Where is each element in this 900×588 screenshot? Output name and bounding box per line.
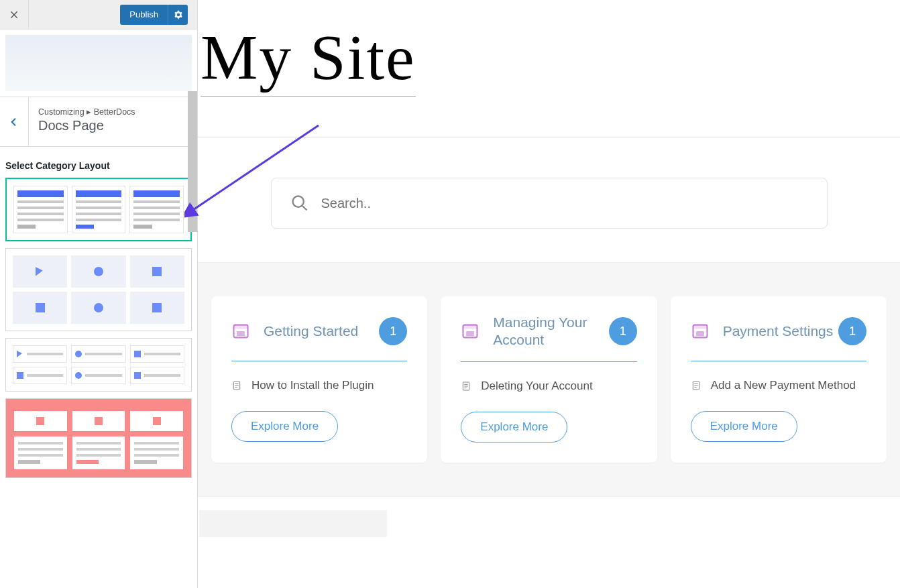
category-title: Payment Settings [723, 322, 834, 340]
section-header: Customizing ▸ BetterDocs Docs Page [0, 97, 197, 147]
layout-option-1[interactable] [5, 178, 192, 241]
site-title: My Site [201, 20, 416, 97]
count-badge: 1 [379, 317, 407, 345]
close-icon [9, 10, 19, 19]
svg-rect-6 [463, 325, 477, 329]
control-label: Select Category Layout [5, 160, 192, 171]
search-input[interactable] [321, 196, 808, 211]
layout-option-3[interactable] [5, 338, 192, 392]
layout-option-4[interactable] [5, 398, 192, 478]
gear-icon [174, 10, 183, 19]
customizer-topbar: Publish [0, 0, 197, 30]
close-button[interactable] [0, 0, 29, 29]
section-title: Docs Page [38, 118, 188, 133]
document-icon [231, 380, 242, 391]
svg-rect-3 [237, 331, 245, 336]
category-icon [461, 322, 480, 341]
search-box[interactable] [271, 178, 828, 229]
document-icon [461, 381, 471, 392]
svg-rect-2 [234, 325, 248, 329]
category-card: Getting Started 1 How to Install the Plu… [211, 296, 427, 463]
category-cards: Getting Started 1 How to Install the Plu… [211, 296, 887, 463]
doc-item[interactable]: Add a New Payment Method [691, 379, 866, 392]
back-button[interactable] [0, 97, 29, 146]
explore-button[interactable]: Explore More [461, 412, 567, 443]
count-badge: 1 [838, 317, 866, 345]
site-preview-thumbnail [5, 35, 192, 91]
chevron-left-icon [9, 117, 19, 127]
doc-item[interactable]: How to Install the Plugin [231, 379, 407, 392]
svg-rect-10 [693, 325, 707, 329]
explore-button[interactable]: Explore More [231, 411, 338, 442]
publish-settings-button[interactable] [168, 5, 188, 25]
preview-area: My Site Getting Started 1 How to Install… [198, 0, 900, 588]
category-title: Getting Started [264, 322, 358, 340]
category-card: Payment Settings 1 Add a New Payment Met… [671, 296, 887, 463]
doc-item[interactable]: Deleting Your Account [461, 379, 636, 393]
publish-button[interactable]: Publish [120, 5, 168, 25]
count-badge: 1 [609, 317, 637, 345]
document-icon [691, 380, 701, 391]
controls-body: Select Category Layout [0, 147, 197, 588]
scrollbar[interactable] [188, 91, 197, 232]
svg-rect-7 [466, 331, 474, 336]
explore-button[interactable]: Explore More [691, 411, 797, 442]
customizer-panel: Publish Customizing ▸ BetterDocs Docs Pa… [0, 0, 198, 588]
category-card: Managing Your Account 1 Deleting Your Ac… [441, 296, 657, 463]
svg-point-0 [292, 196, 303, 207]
category-title: Managing Your Account [493, 314, 608, 349]
search-icon [290, 194, 309, 213]
breadcrumb: Customizing ▸ BetterDocs [38, 107, 188, 117]
footer-placeholder [199, 510, 387, 537]
svg-rect-11 [696, 331, 704, 336]
layout-option-2[interactable] [5, 248, 192, 331]
category-icon [691, 322, 710, 341]
category-icon [231, 322, 250, 341]
